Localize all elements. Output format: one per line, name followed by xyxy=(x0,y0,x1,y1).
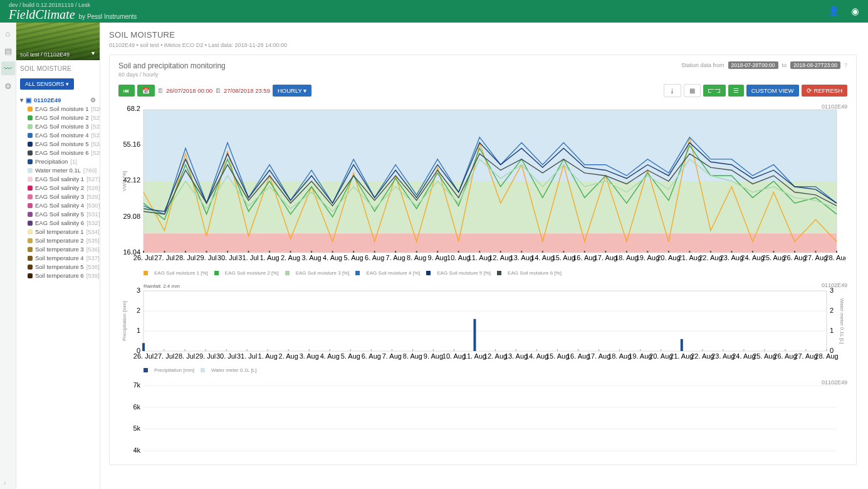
tree-item[interactable]: Soil temperature 3 [536] xyxy=(28,245,96,254)
legend-item[interactable]: EAG Soil moisture 2 [%] xyxy=(214,270,279,276)
tree-expander-icon[interactable]: ▾ xyxy=(20,96,23,105)
svg-text:19. Aug: 19. Aug xyxy=(629,352,652,360)
date-to[interactable]: 🗓27/08/2018 23:59 xyxy=(215,87,270,94)
tree-item[interactable]: Precipitation [1] xyxy=(28,157,96,166)
tree-item-name: Soil temperature 2 xyxy=(35,236,84,245)
svg-rect-160 xyxy=(473,319,476,351)
tree-item[interactable]: Soil temperature 4 [537] xyxy=(28,254,96,263)
tree-root[interactable]: ▾ ▣ 01102E49 ⚙ xyxy=(20,96,96,105)
svg-text:31. Jul: 31. Jul xyxy=(237,352,257,360)
svg-text:20. Aug: 20. Aug xyxy=(657,254,680,261)
swatch xyxy=(28,150,33,155)
svg-text:3. Aug: 3. Aug xyxy=(300,352,319,360)
station-dropdown-caret[interactable]: ▾ xyxy=(92,50,95,56)
tree-item[interactable]: EAG Soil salinity 1 [527] xyxy=(28,175,96,184)
svg-rect-2 xyxy=(144,233,837,253)
chart2-station-tag: 01102E49 xyxy=(822,282,847,288)
tree-item[interactable]: Soil temperature 1 [534] xyxy=(28,228,96,236)
tree-item[interactable]: Water meter 0.1L [760] xyxy=(28,166,96,175)
svg-text:1: 1 xyxy=(830,327,834,334)
svg-text:2. Aug: 2. Aug xyxy=(281,254,300,261)
rainfall-chart: 01102E49 Rainfall: 2.4 mm 0123012326. Ju… xyxy=(118,282,847,373)
help-icon[interactable]: ? xyxy=(844,62,847,68)
svg-text:5. Aug: 5. Aug xyxy=(344,254,363,261)
collapse-sidebar-icon[interactable]: ‹ xyxy=(4,479,6,486)
tree-item-name: Precipitation xyxy=(35,157,68,166)
tree-item[interactable]: EAG Soil moisture 4 [523] xyxy=(28,131,96,140)
swatch xyxy=(28,229,33,234)
tree-item[interactable]: Soil temperature 5 [538] xyxy=(28,263,96,271)
svg-text:11. Aug: 11. Aug xyxy=(468,254,491,261)
tree-item[interactable]: Soil temperature 2 [535] xyxy=(28,236,96,245)
skip-back-button[interactable]: ⏮ xyxy=(118,85,135,97)
tree-item[interactable]: EAG Soil moisture 6 [525] xyxy=(28,149,96,157)
swatch xyxy=(28,247,33,252)
svg-text:1. Aug: 1. Aug xyxy=(258,352,278,360)
date-from[interactable]: 🗓26/07/2018 00:00 xyxy=(157,87,212,94)
chart2-tooltip: Rainfall: 2.4 mm xyxy=(144,283,180,289)
grid-button[interactable]: ▦ xyxy=(684,84,701,97)
tree-item[interactable]: EAG Soil salinity 5 [531] xyxy=(28,210,96,219)
user-icon[interactable]: 👤 xyxy=(828,6,840,17)
calendar-icon: 🗓 xyxy=(157,87,164,94)
tree-item[interactable]: EAG Soil moisture 2 [521] xyxy=(28,113,96,122)
svg-text:6. Aug: 6. Aug xyxy=(365,254,384,261)
tree-item-name: Water meter 0.1L xyxy=(35,166,81,175)
nav-settings[interactable]: ⚙ xyxy=(1,79,15,93)
svg-text:14. Aug: 14. Aug xyxy=(531,254,554,261)
legend-item[interactable]: EAG Soil moisture 6 [%] xyxy=(497,270,562,276)
nav-home[interactable]: ⌂ xyxy=(1,26,15,40)
tree-item[interactable]: EAG Soil salinity 6 [532] xyxy=(28,219,96,228)
station-image[interactable]: soil test / 01102E49 ▾ xyxy=(16,23,100,60)
refresh-button[interactable]: ⟳REFRESH xyxy=(802,85,847,97)
legend-item[interactable]: Precipitation [mm] xyxy=(144,367,194,373)
svg-text:10. Aug: 10. Aug xyxy=(447,254,470,261)
svg-text:6k: 6k xyxy=(133,403,140,411)
tree-item-name: EAG Soil moisture 4 xyxy=(35,131,89,140)
left-nav-rail: ⌂▤〰⚙ xyxy=(0,23,16,489)
svg-text:Water meter 0.1L [L]: Water meter 0.1L [L] xyxy=(839,298,845,344)
download-button[interactable]: ⭳ xyxy=(664,84,681,97)
broadcast-icon[interactable]: ◉ xyxy=(851,6,859,17)
tree-item[interactable]: EAG Soil salinity 4 [530] xyxy=(28,201,96,210)
svg-text:22. Aug: 22. Aug xyxy=(699,254,722,261)
svg-text:7k: 7k xyxy=(133,381,140,389)
tree-item-name: EAG Soil moisture 5 xyxy=(35,140,89,149)
tree-gear-icon[interactable]: ⚙ xyxy=(90,96,96,105)
legend-item[interactable]: EAG Soil moisture 4 [%] xyxy=(355,270,420,276)
interval-select[interactable]: HOURLY ▾ xyxy=(273,85,311,97)
legend-item[interactable]: EAG Soil moisture 5 [%] xyxy=(426,270,491,276)
legend-item[interactable]: EAG Soil moisture 1 [%] xyxy=(144,270,208,276)
custom-view-button[interactable]: CUSTOM VIEW xyxy=(746,85,799,97)
tree-item[interactable]: EAG Soil moisture 3 [522] xyxy=(28,122,96,131)
svg-text:17. Aug: 17. Aug xyxy=(594,254,617,261)
date-range-button[interactable]: 📅 xyxy=(137,85,155,97)
tree-item[interactable]: EAG Soil moisture 1 [520] xyxy=(28,105,96,113)
nav-soilmoisture[interactable]: 〰 xyxy=(1,61,15,75)
tree-item[interactable]: Soil temperature 6 [539] xyxy=(28,271,96,280)
legend-item[interactable]: Water meter 0.1L [L] xyxy=(201,367,256,373)
svg-text:15. Aug: 15. Aug xyxy=(552,254,575,261)
all-sensors-button[interactable]: ALL SENSORS ▾ xyxy=(20,78,74,90)
tree-item[interactable]: EAG Soil salinity 2 [528] xyxy=(28,184,96,192)
barchart-button[interactable]: ⫍⫎ xyxy=(703,85,726,97)
calendar-icon: 🗓 xyxy=(215,87,221,94)
date-range-info: Station data from 2018-07-28T00:00 to 20… xyxy=(681,61,847,69)
brand-by: by Pessl Instruments xyxy=(79,14,137,20)
chart2-legend: Precipitation [mm]Water meter 0.1L [L] xyxy=(144,367,847,373)
brand-logo: FieldClimate xyxy=(9,8,75,21)
tree-item[interactable]: EAG Soil salinity 3 [529] xyxy=(28,192,96,201)
swatch xyxy=(28,186,33,191)
nav-data[interactable]: ▤ xyxy=(1,44,15,58)
tree-item-code: [527] xyxy=(86,175,100,184)
tablemode-button[interactable]: ☰ xyxy=(728,85,744,97)
tree-item[interactable]: EAG Soil moisture 5 [524] xyxy=(28,140,96,149)
toolbar: ⏮ 📅 🗓26/07/2018 00:00 🗓27/08/2018 23:59 … xyxy=(118,84,847,97)
tree-item-code: [531] xyxy=(86,210,100,219)
tree-item-name: EAG Soil salinity 5 xyxy=(35,210,84,219)
legend-item[interactable]: EAG Soil moisture 3 [%] xyxy=(285,270,350,276)
swatch xyxy=(28,133,33,138)
svg-text:1. Aug: 1. Aug xyxy=(259,254,279,261)
card-title: Soil and precipitation monitoring xyxy=(118,61,226,70)
svg-text:29. Jul: 29. Jul xyxy=(196,254,216,261)
